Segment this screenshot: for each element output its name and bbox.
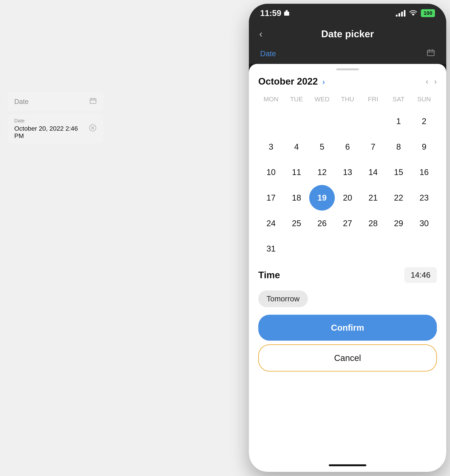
svg-rect-9 (427, 50, 434, 56)
bottom-sheet: October 2022 › ‹ › MON TUE WED THU FRI S… (249, 64, 446, 459)
month-header: October 2022 › ‹ › (258, 76, 437, 87)
day-31[interactable]: 31 (258, 236, 284, 262)
day-22[interactable]: 22 (386, 185, 411, 211)
day-empty (335, 236, 360, 262)
date-label-bar: Date (249, 47, 446, 64)
date-value-text: October 20, 2022 2:46 PM (14, 125, 89, 139)
day-16[interactable]: 16 (411, 159, 437, 185)
cancel-button[interactable]: Cancel (258, 345, 437, 371)
day-empty (284, 108, 309, 134)
day-6[interactable]: 6 (335, 134, 360, 160)
empty-date-input[interactable]: Date (7, 92, 103, 111)
day-24[interactable]: 24 (258, 211, 284, 236)
header-calendar-icon (427, 49, 435, 58)
day-empty (386, 236, 411, 262)
day-empty (309, 236, 335, 262)
signal-bars (396, 10, 405, 17)
quick-select-section: Tomorrow (258, 291, 437, 307)
status-bar: 11:59 (249, 4, 446, 23)
app-title: Date picker (321, 28, 374, 40)
day-27[interactable]: 27 (335, 211, 360, 236)
day-17[interactable]: 17 (258, 185, 284, 211)
time-display: 11:59 (260, 8, 281, 18)
day-5[interactable]: 5 (309, 134, 335, 160)
nav-arrows: ‹ › (426, 77, 437, 86)
day-3[interactable]: 3 (258, 134, 284, 160)
calendar-icon (89, 97, 97, 106)
month-title-group: October 2022 › (258, 76, 325, 87)
drag-handle (336, 68, 359, 70)
day-empty (309, 108, 335, 134)
day-13[interactable]: 13 (335, 159, 360, 185)
status-time: 11:59 (260, 8, 289, 18)
day-18[interactable]: 18 (284, 185, 309, 211)
day-12[interactable]: 12 (309, 159, 335, 185)
day-26[interactable]: 26 (309, 211, 335, 236)
prev-month-button[interactable]: ‹ (426, 77, 429, 86)
phone-frame: 11:59 (249, 4, 446, 472)
date-value-group: Date October 20, 2022 2:46 PM (14, 118, 89, 139)
day-21[interactable]: 21 (360, 185, 386, 211)
month-title: October 2022 › (258, 76, 325, 87)
day-empty (284, 236, 309, 262)
time-value[interactable]: 14:46 (404, 267, 437, 283)
home-bar (329, 464, 366, 466)
day-2[interactable]: 2 (411, 108, 437, 134)
weekday-wed: WED (309, 94, 335, 105)
day-empty (335, 108, 360, 134)
day-15[interactable]: 15 (386, 159, 411, 185)
day-25[interactable]: 25 (284, 211, 309, 236)
weekdays-header: MON TUE WED THU FRI SAT SUN (258, 94, 437, 105)
filled-date-input[interactable]: Date October 20, 2022 2:46 PM (7, 114, 103, 143)
day-11[interactable]: 11 (284, 159, 309, 185)
day-4[interactable]: 4 (284, 134, 309, 160)
time-label: Time (258, 270, 280, 280)
weekday-thu: THU (335, 94, 360, 105)
day-28[interactable]: 28 (360, 211, 386, 236)
svg-rect-8 (285, 10, 288, 12)
status-icons: 100 (396, 9, 435, 18)
day-1[interactable]: 1 (386, 108, 411, 134)
calendar-grid: 1234567891011121314151617181920212223242… (258, 108, 437, 262)
app-header: ‹ Date picker (249, 23, 446, 47)
svg-rect-0 (90, 99, 96, 103)
day-8[interactable]: 8 (386, 134, 411, 160)
signal-bar-4 (404, 10, 405, 17)
day-7[interactable]: 7 (360, 134, 386, 160)
day-empty (258, 108, 284, 134)
day-29[interactable]: 29 (386, 211, 411, 236)
date-value-label: Date (14, 118, 89, 124)
weekday-tue: TUE (284, 94, 309, 105)
day-30[interactable]: 30 (411, 211, 437, 236)
weekday-fri: FRI (360, 94, 386, 105)
time-section: Time 14:46 (258, 267, 437, 283)
day-23[interactable]: 23 (411, 185, 437, 211)
date-field-label[interactable]: Date (260, 49, 276, 58)
day-10[interactable]: 10 (258, 159, 284, 185)
day-empty (360, 236, 386, 262)
day-14[interactable]: 14 (360, 159, 386, 185)
month-title-text: October 2022 (258, 76, 318, 87)
clear-icon[interactable] (89, 124, 97, 134)
day-19[interactable]: 19 (309, 185, 335, 211)
battery-indicator: 100 (421, 9, 435, 17)
empty-date-placeholder: Date (14, 98, 29, 106)
confirm-button[interactable]: Confirm (258, 315, 437, 341)
back-button[interactable]: ‹ (259, 28, 262, 40)
day-empty (360, 108, 386, 134)
signal-bar-3 (401, 12, 403, 17)
weekday-sun: SUN (411, 94, 437, 105)
next-month-button[interactable]: › (434, 77, 437, 86)
tomorrow-pill[interactable]: Tomorrow (258, 291, 308, 307)
signal-bar-2 (398, 13, 400, 17)
sim-icon (284, 10, 289, 16)
wifi-icon (409, 9, 417, 18)
action-buttons: Confirm Cancel (258, 315, 437, 371)
day-empty (411, 236, 437, 262)
svg-rect-7 (284, 12, 289, 16)
month-expand-arrow[interactable]: › (322, 77, 325, 86)
left-input-area: Date Date October 20, 2022 2:46 PM (7, 92, 103, 143)
day-9[interactable]: 9 (411, 134, 437, 160)
home-indicator (249, 459, 446, 472)
day-20[interactable]: 20 (335, 185, 360, 211)
